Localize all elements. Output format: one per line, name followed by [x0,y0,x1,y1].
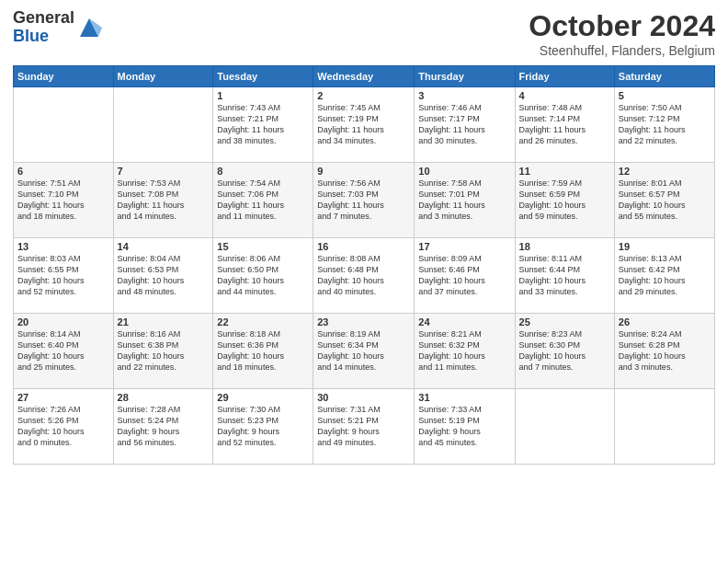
day-number: 22 [217,316,309,327]
day-number: 18 [519,241,610,252]
calendar-header-saturday: Saturday [614,66,714,87]
day-info: Sunrise: 7:43 AM Sunset: 7:21 PM Dayligh… [217,102,309,147]
calendar-cell [515,389,614,465]
subtitle: Steenhuffel, Flanders, Belgium [529,43,715,58]
calendar-cell [113,87,213,163]
day-info: Sunrise: 8:19 AM Sunset: 6:34 PM Dayligh… [317,328,410,373]
calendar-cell: 6Sunrise: 7:51 AM Sunset: 7:10 PM Daylig… [14,163,114,238]
calendar-week-2: 6Sunrise: 7:51 AM Sunset: 7:10 PM Daylig… [14,163,715,238]
day-info: Sunrise: 8:16 AM Sunset: 6:38 PM Dayligh… [118,328,210,373]
calendar-cell: 10Sunrise: 7:58 AM Sunset: 7:01 PM Dayli… [415,163,515,238]
day-number: 11 [519,166,610,177]
logo-blue: Blue [13,28,74,46]
calendar-header-sunday: Sunday [14,66,114,87]
main-title: October 2024 [529,9,715,43]
logo-text: General Blue [13,9,74,46]
calendar-cell: 31Sunrise: 7:33 AM Sunset: 5:19 PM Dayli… [415,389,515,465]
header: General Blue October 2024 Steenhuffel, F… [13,9,715,58]
calendar-cell: 30Sunrise: 7:31 AM Sunset: 5:21 PM Dayli… [313,389,415,465]
calendar-cell: 2Sunrise: 7:45 AM Sunset: 7:19 PM Daylig… [313,87,415,163]
day-info: Sunrise: 8:06 AM Sunset: 6:50 PM Dayligh… [217,253,309,298]
day-info: Sunrise: 8:04 AM Sunset: 6:53 PM Dayligh… [118,253,210,298]
calendar-cell: 20Sunrise: 8:14 AM Sunset: 6:40 PM Dayli… [14,314,114,389]
day-info: Sunrise: 8:21 AM Sunset: 6:32 PM Dayligh… [418,328,510,373]
day-number: 24 [418,316,510,327]
day-number: 13 [17,241,109,252]
day-number: 15 [217,241,309,252]
calendar-cell: 29Sunrise: 7:30 AM Sunset: 5:23 PM Dayli… [213,389,313,465]
day-number: 9 [317,166,410,177]
calendar-cell: 19Sunrise: 8:13 AM Sunset: 6:42 PM Dayli… [614,238,714,314]
day-number: 1 [217,90,309,101]
day-info: Sunrise: 8:11 AM Sunset: 6:44 PM Dayligh… [519,253,610,298]
day-info: Sunrise: 7:59 AM Sunset: 6:59 PM Dayligh… [519,178,610,223]
day-info: Sunrise: 7:28 AM Sunset: 5:24 PM Dayligh… [118,404,210,449]
day-number: 17 [418,241,510,252]
day-number: 8 [217,166,309,177]
calendar-cell: 25Sunrise: 8:23 AM Sunset: 6:30 PM Dayli… [515,314,614,389]
calendar-cell: 18Sunrise: 8:11 AM Sunset: 6:44 PM Dayli… [515,238,614,314]
calendar-header-friday: Friday [515,66,614,87]
calendar-cell: 4Sunrise: 7:48 AM Sunset: 7:14 PM Daylig… [515,87,614,163]
day-number: 26 [619,316,711,327]
calendar-cell: 27Sunrise: 7:26 AM Sunset: 5:26 PM Dayli… [14,389,114,465]
day-number: 5 [619,90,711,101]
calendar-week-1: 1Sunrise: 7:43 AM Sunset: 7:21 PM Daylig… [14,87,715,163]
calendar-cell: 24Sunrise: 8:21 AM Sunset: 6:32 PM Dayli… [415,314,515,389]
day-info: Sunrise: 8:13 AM Sunset: 6:42 PM Dayligh… [619,253,711,298]
title-block: October 2024 Steenhuffel, Flanders, Belg… [529,9,715,58]
day-number: 2 [317,90,410,101]
day-number: 7 [118,166,210,177]
day-info: Sunrise: 7:51 AM Sunset: 7:10 PM Dayligh… [17,178,109,223]
calendar-week-5: 27Sunrise: 7:26 AM Sunset: 5:26 PM Dayli… [14,389,715,465]
day-number: 30 [317,392,410,403]
day-info: Sunrise: 7:58 AM Sunset: 7:01 PM Dayligh… [418,178,510,223]
day-number: 27 [17,392,109,403]
day-number: 21 [118,316,210,327]
day-number: 28 [118,392,210,403]
day-info: Sunrise: 8:08 AM Sunset: 6:48 PM Dayligh… [317,253,410,298]
day-info: Sunrise: 7:53 AM Sunset: 7:08 PM Dayligh… [118,178,210,223]
calendar-header-wednesday: Wednesday [313,66,415,87]
day-info: Sunrise: 8:09 AM Sunset: 6:46 PM Dayligh… [418,253,510,298]
calendar-cell: 3Sunrise: 7:46 AM Sunset: 7:17 PM Daylig… [415,87,515,163]
calendar-cell: 14Sunrise: 8:04 AM Sunset: 6:53 PM Dayli… [113,238,213,314]
day-info: Sunrise: 7:46 AM Sunset: 7:17 PM Dayligh… [418,102,510,147]
calendar-week-3: 13Sunrise: 8:03 AM Sunset: 6:55 PM Dayli… [14,238,715,314]
day-number: 20 [17,316,109,327]
day-info: Sunrise: 8:14 AM Sunset: 6:40 PM Dayligh… [17,328,109,373]
day-info: Sunrise: 7:48 AM Sunset: 7:14 PM Dayligh… [519,102,610,147]
day-info: Sunrise: 8:18 AM Sunset: 6:36 PM Dayligh… [217,328,309,373]
calendar-cell: 26Sunrise: 8:24 AM Sunset: 6:28 PM Dayli… [614,314,714,389]
day-info: Sunrise: 7:33 AM Sunset: 5:19 PM Dayligh… [418,404,510,449]
day-info: Sunrise: 7:50 AM Sunset: 7:12 PM Dayligh… [619,102,711,147]
day-info: Sunrise: 7:26 AM Sunset: 5:26 PM Dayligh… [17,404,109,449]
calendar-cell: 16Sunrise: 8:08 AM Sunset: 6:48 PM Dayli… [313,238,415,314]
day-number: 14 [118,241,210,252]
day-number: 4 [519,90,610,101]
day-number: 12 [619,166,711,177]
day-number: 19 [619,241,711,252]
day-info: Sunrise: 7:45 AM Sunset: 7:19 PM Dayligh… [317,102,410,147]
day-number: 3 [418,90,510,101]
calendar-header-row: SundayMondayTuesdayWednesdayThursdayFrid… [14,66,715,87]
day-info: Sunrise: 8:01 AM Sunset: 6:57 PM Dayligh… [619,178,711,223]
day-info: Sunrise: 7:54 AM Sunset: 7:06 PM Dayligh… [217,178,309,223]
day-number: 31 [418,392,510,403]
calendar-cell: 23Sunrise: 8:19 AM Sunset: 6:34 PM Dayli… [313,314,415,389]
day-number: 29 [217,392,309,403]
calendar-cell [14,87,114,163]
calendar-cell: 9Sunrise: 7:56 AM Sunset: 7:03 PM Daylig… [313,163,415,238]
day-number: 16 [317,241,410,252]
day-number: 25 [519,316,610,327]
calendar-header-thursday: Thursday [415,66,515,87]
logo: General Blue [13,9,102,46]
day-info: Sunrise: 7:56 AM Sunset: 7:03 PM Dayligh… [317,178,410,223]
calendar-cell: 5Sunrise: 7:50 AM Sunset: 7:12 PM Daylig… [614,87,714,163]
day-number: 10 [418,166,510,177]
calendar-cell: 12Sunrise: 8:01 AM Sunset: 6:57 PM Dayli… [614,163,714,238]
logo-general: General [13,9,74,28]
day-info: Sunrise: 8:23 AM Sunset: 6:30 PM Dayligh… [519,328,610,373]
calendar-cell: 21Sunrise: 8:16 AM Sunset: 6:38 PM Dayli… [113,314,213,389]
calendar-cell [614,389,714,465]
